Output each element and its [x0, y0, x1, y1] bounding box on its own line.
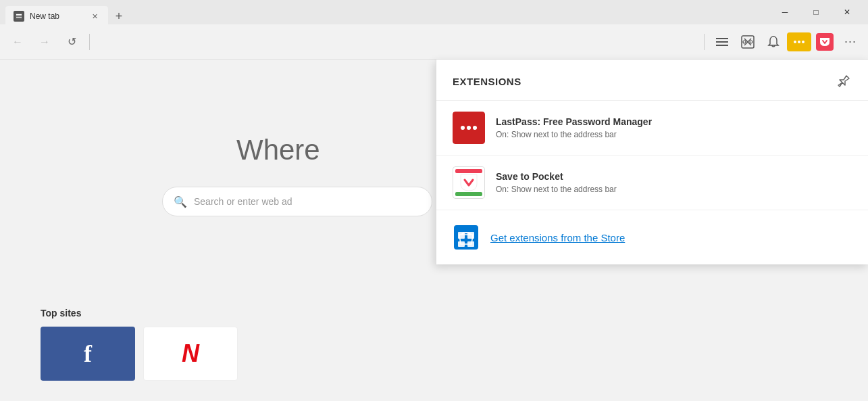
search-placeholder: Search or enter web ad: [194, 196, 292, 207]
more-options-icon: ···: [844, 34, 857, 49]
netflix-tile[interactable]: N: [143, 327, 238, 381]
lastpass-ext-dot-3: [473, 126, 477, 130]
window-controls: ─ □ ✕: [769, 0, 863, 24]
ham-line-2: [716, 41, 728, 43]
active-tab[interactable]: New tab ✕: [5, 6, 108, 26]
pocket-icon-wrap: [453, 166, 485, 199]
ham-line-1: [716, 38, 728, 39]
pocket-extension-item: Save to Pocket On: Show next to the addr…: [436, 156, 868, 210]
store-link[interactable]: Get extensions from the Store: [490, 232, 625, 243]
facebook-letter: f: [84, 339, 92, 368]
netflix-letter: N: [182, 339, 199, 368]
tab-favicon: [14, 11, 24, 22]
tab-close-button[interactable]: ✕: [89, 11, 100, 22]
pocket-extension-name: Save to Pocket: [496, 171, 852, 182]
reload-button[interactable]: ↺: [59, 30, 84, 54]
more-options-button[interactable]: ···: [838, 30, 863, 54]
where-text: Where: [236, 134, 320, 166]
svg-rect-10: [455, 169, 482, 173]
facebook-tile[interactable]: f: [41, 327, 135, 381]
search-bar[interactable]: 🔍 Search or enter web ad: [162, 187, 432, 216]
pin-icon[interactable]: [836, 73, 852, 89]
markup-button[interactable]: [736, 30, 760, 54]
svg-rect-2: [16, 16, 22, 16]
pin-svg: [837, 74, 850, 88]
nav-separator: [89, 34, 90, 50]
tab-area: New tab ✕ +: [5, 0, 769, 24]
minimize-button[interactable]: ─: [769, 0, 800, 24]
lastpass-dots-icon: [794, 41, 805, 43]
maximize-button[interactable]: □: [800, 0, 832, 24]
notifications-button[interactable]: [761, 30, 786, 54]
extensions-header: EXTENSIONS: [436, 60, 868, 101]
pocket-toolbar-button[interactable]: [813, 30, 837, 54]
ham-line-3: [716, 45, 728, 46]
lastpass-icon-wrap: [453, 112, 485, 144]
toolbar-right: ···: [710, 30, 863, 54]
lastpass-ext-dot-1: [461, 126, 465, 130]
pocket-extension-icon: [453, 166, 485, 199]
search-icon: 🔍: [174, 195, 187, 208]
lastpass-extension-info: LastPass: Free Password Manager On: Show…: [496, 116, 852, 139]
lastpass-dot-2: [798, 41, 800, 43]
top-sites-section: Top sites f N: [41, 308, 238, 381]
store-icon: [454, 225, 478, 250]
tab-title: New tab: [30, 11, 59, 21]
top-sites-label: Top sites: [41, 308, 238, 319]
top-sites-row: f N: [41, 327, 238, 381]
pocket-svg: [455, 169, 482, 196]
back-button[interactable]: ←: [5, 30, 30, 54]
svg-rect-3: [16, 17, 22, 18]
lastpass-toolbar-button[interactable]: [787, 32, 811, 51]
lastpass-extension-status: On: Show next to the address bar: [496, 130, 852, 139]
close-button[interactable]: ✕: [832, 0, 863, 24]
store-section: Get extensions from the Store: [436, 210, 868, 264]
svg-rect-12: [454, 225, 478, 250]
lastpass-extension-item: LastPass: Free Password Manager On: Show…: [436, 101, 868, 156]
markup-icon: [740, 34, 755, 49]
new-tab-button[interactable]: +: [108, 6, 130, 26]
extensions-panel: EXTENSIONS LastPass: Free Password Manag…: [436, 60, 868, 264]
svg-point-8: [750, 41, 752, 43]
svg-rect-11: [455, 192, 482, 196]
hamburger-icon: [716, 38, 728, 46]
lastpass-ext-dot-2: [467, 126, 471, 130]
bell-icon: [766, 34, 781, 49]
svg-point-7: [743, 41, 746, 43]
nav-separator-right: [704, 34, 705, 50]
lastpass-extension-icon: [453, 112, 485, 144]
forward-button[interactable]: →: [32, 30, 57, 54]
nav-bar: ← → ↺: [0, 24, 868, 60]
pocket-extension-info: Save to Pocket On: Show next to the addr…: [496, 171, 852, 194]
lastpass-extension-name: LastPass: Free Password Manager: [496, 116, 852, 127]
extensions-title: EXTENSIONS: [453, 76, 521, 87]
reading-list-button[interactable]: [710, 30, 734, 54]
lastpass-dot-3: [802, 41, 805, 43]
store-icon-wrap: [453, 224, 480, 251]
pocket-extension-status: On: Show next to the address bar: [496, 185, 852, 194]
title-bar: New tab ✕ + ─ □ ✕: [0, 0, 868, 24]
lastpass-dot-1: [794, 41, 796, 43]
svg-rect-1: [16, 14, 22, 15]
pocket-icon: [816, 33, 834, 51]
